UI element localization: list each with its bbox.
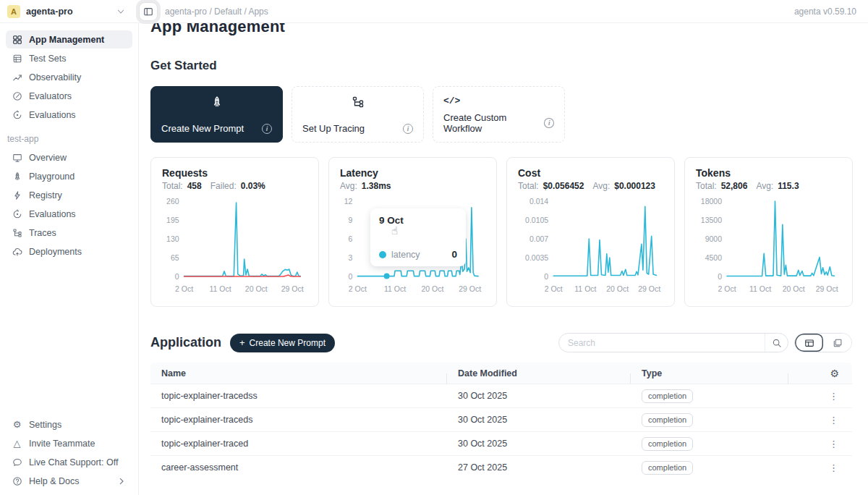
sidebar-item-label: Help & Docs	[29, 476, 79, 486]
workspace-name: agenta-pro	[26, 7, 110, 17]
version-label: agenta v0.59.10	[794, 7, 856, 17]
get-started-heading: Get Started	[150, 59, 852, 73]
table-settings-gear-icon[interactable]: ⚙	[830, 368, 839, 379]
info-icon[interactable]: i	[544, 118, 554, 128]
cloud-icon	[12, 247, 22, 257]
svg-text:3: 3	[349, 253, 353, 262]
sidebar-item-observability[interactable]: Observability	[6, 68, 132, 86]
svg-text:11 Oct: 11 Oct	[749, 284, 771, 293]
chevron-down-icon	[116, 7, 126, 17]
svg-text:0.0035: 0.0035	[525, 253, 548, 262]
info-icon[interactable]: i	[262, 124, 272, 134]
svg-text:130: 130	[166, 234, 179, 243]
tree-icon	[302, 96, 413, 109]
table-row[interactable]: topic-explainer-tracedss 30 Oct 2025 com…	[150, 384, 852, 407]
column-header-date-modified[interactable]: Date Modified	[447, 368, 631, 378]
topbar: A agenta-pro agenta-pro / Default / Apps…	[0, 0, 868, 23]
set-up-tracing-card[interactable]: Set Up Tracing i	[292, 86, 424, 143]
app-name[interactable]: topic-explainer-tracedss	[150, 391, 447, 401]
circular-arrow-icon	[12, 209, 22, 219]
svg-text:12: 12	[344, 197, 353, 206]
info-icon[interactable]: i	[403, 124, 413, 134]
search-button[interactable]	[765, 334, 788, 352]
svg-text:0.007: 0.007	[529, 234, 548, 243]
column-header-name[interactable]: Name	[150, 368, 447, 378]
metric-cards: Requests Total:458 Failed:0.03% 26019513…	[150, 157, 852, 307]
table-row[interactable]: topic-explainer-traced 30 Oct 2025 compl…	[150, 431, 852, 455]
svg-text:11 Oct: 11 Oct	[209, 284, 231, 293]
workspace-switcher[interactable]: A agenta-pro	[0, 5, 133, 18]
sidebar-item-label: Deployments	[29, 247, 82, 257]
row-actions-menu[interactable]: ⋮	[826, 462, 841, 473]
sidebar-item-label: Evaluations	[29, 110, 76, 120]
app-date: 27 Oct 2025	[447, 462, 631, 473]
sidebar-toggle-button[interactable]	[139, 2, 158, 21]
svg-text:0: 0	[349, 272, 353, 281]
sidebar-item-label: Observability	[29, 72, 81, 82]
column-header-type[interactable]: Type	[631, 368, 788, 378]
tokens-chart[interactable]: 18000135009000450002 Oct11 Oct20 Oct29 O…	[696, 195, 842, 298]
sidebar-item-deployments[interactable]: Deployments	[6, 242, 132, 261]
sidebar-item-label: App Management	[29, 35, 104, 45]
sidebar-collapse-icon	[143, 7, 153, 17]
table-row[interactable]: career-assessment 27 Oct 2025 completion…	[150, 455, 852, 479]
question-circle-icon	[12, 476, 22, 486]
sidebar-item-invite-teammate[interactable]: △ Invite Teammate	[6, 434, 132, 452]
legend-dot	[379, 251, 386, 258]
grid-icon	[12, 35, 22, 45]
table-view-button[interactable]	[795, 334, 823, 352]
row-actions-menu[interactable]: ⋮	[826, 415, 841, 426]
sidebar-item-test-sets[interactable]: Test Sets	[6, 49, 132, 67]
type-badge: completion	[642, 389, 693, 403]
svg-text:195: 195	[166, 216, 179, 224]
app-section-label: test-app	[7, 134, 131, 144]
cost-chart[interactable]: 0.0140.01050.0070.003502 Oct11 Oct20 Oct…	[518, 195, 664, 298]
metric-stats: Total:$0.056452 Avg:$0.000123	[518, 181, 663, 191]
card-view-button[interactable]	[823, 334, 851, 352]
sidebar-item-live-chat-support[interactable]: Live Chat Support: Off	[6, 453, 132, 471]
sidebar-item-registry[interactable]: Registry	[6, 186, 132, 204]
svg-text:29 Oct: 29 Oct	[281, 284, 304, 293]
row-actions-menu[interactable]: ⋮	[826, 391, 841, 402]
sidebar-item-app-evaluations[interactable]: Evaluations	[6, 205, 132, 223]
metric-stats: Total:52,806 Avg:115.3	[696, 181, 841, 191]
svg-text:65: 65	[171, 253, 179, 262]
sidebar: App Management Test Sets Observability E…	[0, 23, 139, 495]
search-input[interactable]	[559, 338, 765, 348]
card-label: Set Up Tracing	[302, 123, 365, 134]
sidebar-item-settings[interactable]: ⚙ Settings	[6, 415, 132, 433]
svg-text:9: 9	[349, 216, 353, 224]
app-name[interactable]: topic-explainer-traced	[150, 439, 447, 449]
tokens-card: Tokens Total:52,806 Avg:115.3 1800013500…	[684, 157, 853, 307]
tree-icon	[12, 228, 22, 238]
sidebar-item-evaluators[interactable]: Evaluators	[6, 87, 132, 105]
svg-text:20 Oct: 20 Oct	[606, 284, 629, 293]
gauge-icon	[12, 91, 22, 101]
application-heading: Application	[150, 335, 221, 350]
table-row[interactable]: topic-explainer-traceds 30 Oct 2025 comp…	[150, 407, 852, 431]
svg-text:0: 0	[718, 272, 722, 281]
create-new-prompt-card[interactable]: Create New Prompt i	[150, 86, 283, 143]
svg-text:29 Oct: 29 Oct	[816, 284, 838, 293]
create-custom-workflow-card[interactable]: </> Create Custom Workflow i	[433, 86, 565, 143]
sidebar-item-label: Overview	[29, 153, 67, 163]
metric-stats: Avg:1.38ms	[340, 181, 485, 191]
create-new-prompt-button[interactable]: + Create New Prompt	[230, 334, 335, 352]
sidebar-item-evaluations[interactable]: Evaluations	[6, 106, 132, 124]
metric-title: Tokens	[696, 167, 841, 179]
breadcrumb[interactable]: agenta-pro / Default / Apps	[165, 7, 268, 17]
row-actions-menu[interactable]: ⋮	[826, 439, 841, 449]
sidebar-item-traces[interactable]: Traces	[6, 224, 132, 242]
requests-chart[interactable]: 2601951306502 Oct11 Oct20 Oct29 Oct	[162, 195, 308, 298]
search-icon	[772, 338, 782, 348]
app-name[interactable]: topic-explainer-traceds	[150, 415, 447, 425]
sidebar-item-label: Invite Teammate	[29, 439, 95, 449]
svg-text:9000: 9000	[705, 234, 723, 243]
cost-card: Cost Total:$0.056452 Avg:$0.000123 0.014…	[506, 157, 675, 307]
app-name[interactable]: career-assessment	[150, 462, 447, 473]
applications-table: Name Date Modified Type ⚙ topic-explaine…	[150, 363, 852, 479]
sidebar-item-overview[interactable]: Overview	[6, 148, 132, 166]
sidebar-item-help-docs[interactable]: Help & Docs	[6, 472, 132, 490]
sidebar-item-playground[interactable]: Playground	[6, 167, 132, 185]
sidebar-item-app-management[interactable]: App Management	[6, 30, 132, 48]
